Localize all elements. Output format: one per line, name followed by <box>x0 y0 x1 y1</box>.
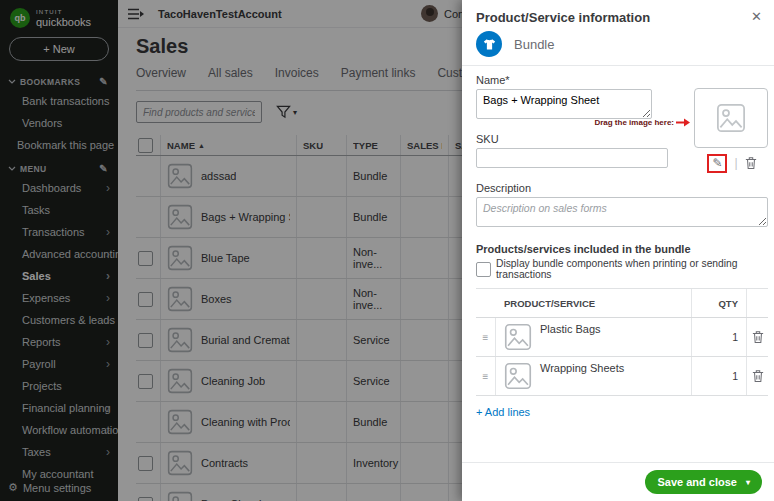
drag-handle-cell[interactable]: ≡ <box>476 318 496 356</box>
red-arrow-icon <box>676 118 690 127</box>
display-components-checkbox[interactable] <box>476 262 491 277</box>
header-qty: QTY <box>691 289 746 317</box>
display-components-row[interactable]: Display bundle components when printing … <box>476 258 768 280</box>
save-and-close-label: Save and close <box>657 476 737 488</box>
panel-body: Name* Bags + Wrapping Sheet ✎ | Drag the… <box>462 66 774 418</box>
product-service-panel: Product/Service information ✕ Bundle Nam… <box>462 0 774 501</box>
bundle-product-cell[interactable]: Wrapping Sheets <box>496 357 691 395</box>
edit-image-highlight-box[interactable]: ✎ <box>707 154 727 173</box>
add-lines-link[interactable]: + Add lines <box>476 406 768 418</box>
bundle-section-title: Products/services included in the bundle <box>476 243 768 255</box>
sku-field[interactable] <box>476 148 668 168</box>
description-field[interactable] <box>476 197 768 227</box>
name-field[interactable]: Bags + Wrapping Sheet <box>476 89 652 119</box>
drag-handle-cell[interactable]: ≡ <box>476 357 496 395</box>
bundle-row: ≡ Wrapping Sheets 1 <box>476 357 768 396</box>
bundle-row: ≡ Plastic Bags 1 <box>476 318 768 357</box>
bundle-table-body: ≡ Plastic Bags 1 ≡ <box>476 318 768 396</box>
image-upload-widget: ✎ | <box>694 88 770 174</box>
display-components-label: Display bundle components when printing … <box>496 258 768 280</box>
modal-backdrop[interactable] <box>0 0 462 501</box>
drag-handle-icon[interactable]: ≡ <box>483 332 489 343</box>
close-icon[interactable]: ✕ <box>751 10 762 23</box>
bundle-qty-value: 1 <box>732 331 738 343</box>
bundle-product-name: Plastic Bags <box>540 318 601 335</box>
caret-down-icon: ▾ <box>746 478 750 487</box>
item-type-row: Bundle <box>462 25 774 66</box>
bundle-items-table: PRODUCT/SERVICE QTY ≡ Plastic Bags 1 <box>476 288 768 396</box>
image-placeholder-icon <box>504 323 532 351</box>
name-label: Name* <box>476 74 768 86</box>
header-product-service: PRODUCT/SERVICE <box>496 289 691 317</box>
panel-header: Product/Service information ✕ <box>462 0 774 25</box>
bundle-product-cell[interactable]: Plastic Bags <box>496 318 691 356</box>
save-and-close-button[interactable]: Save and close ▾ <box>645 470 762 494</box>
item-type-label: Bundle <box>514 37 554 52</box>
trash-icon[interactable] <box>752 330 764 344</box>
delete-image-trash-icon[interactable] <box>745 156 757 170</box>
edit-image-pencil-icon[interactable]: ✎ <box>712 156 722 170</box>
bundle-trash-cell[interactable] <box>746 318 768 356</box>
bundle-product-name: Wrapping Sheets <box>540 357 624 374</box>
drag-image-annotation: Drag the image here: <box>594 118 690 127</box>
panel-footer: Save and close ▾ <box>462 462 774 501</box>
image-placeholder-icon <box>716 103 746 133</box>
handle-header-cell <box>476 289 496 317</box>
drag-handle-icon[interactable]: ≡ <box>483 371 489 382</box>
header-trash-cell <box>746 289 768 317</box>
image-placeholder-icon <box>504 362 532 390</box>
tshirt-icon <box>482 38 497 51</box>
description-block: Description <box>476 182 768 229</box>
bundle-qty-cell[interactable]: 1 <box>691 357 746 395</box>
trash-icon[interactable] <box>752 369 764 383</box>
bundle-trash-cell[interactable] <box>746 357 768 395</box>
image-dropzone[interactable] <box>694 88 768 148</box>
drag-image-hint-label: Drag the image here: <box>594 118 674 127</box>
image-actions: ✎ | <box>694 152 770 174</box>
bundle-qty-value: 1 <box>732 370 738 382</box>
description-label: Description <box>476 182 768 194</box>
bundle-table-header: PRODUCT/SERVICE QTY <box>476 289 768 318</box>
action-separator: | <box>734 156 737 170</box>
bundle-type-icon <box>476 31 502 57</box>
bundle-qty-cell[interactable]: 1 <box>691 318 746 356</box>
panel-title: Product/Service information <box>476 10 650 25</box>
